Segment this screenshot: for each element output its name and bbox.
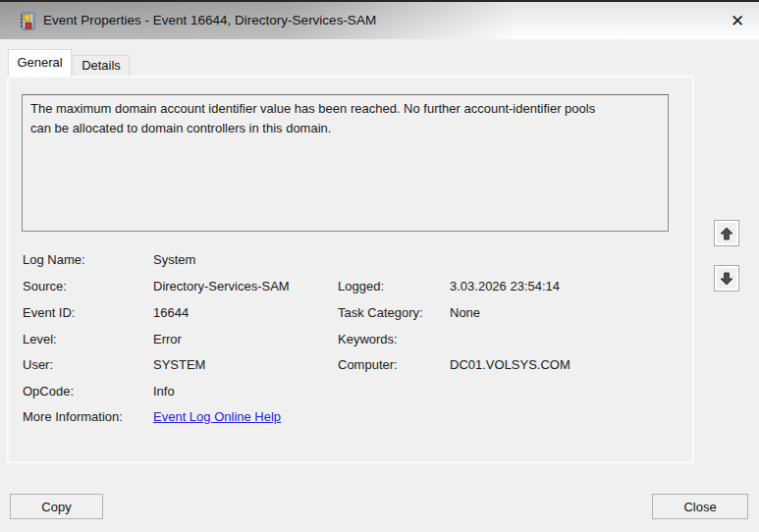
- source-label: Source:: [23, 279, 153, 293]
- down-arrow-icon: [719, 271, 734, 287]
- level-value: Error: [153, 332, 182, 346]
- event-id-label: Event ID:: [23, 305, 153, 320]
- up-arrow-icon: [719, 226, 734, 241]
- log-name-value: System: [153, 252, 195, 267]
- opcode-label: OpCode:: [23, 384, 153, 399]
- field-row-log-name: Log Name:System: [23, 252, 195, 270]
- field-row-logged: Logged:3.03.2026 23:54:14: [338, 279, 560, 296]
- event-log-online-help-link[interactable]: Event Log Online Help: [153, 409, 281, 424]
- computer-label: Computer:: [338, 357, 450, 372]
- event-viewer-icon: [19, 12, 36, 30]
- level-label: Level:: [23, 332, 153, 346]
- more-information-label: More Information:: [23, 409, 153, 424]
- keywords-label: Keywords:: [338, 332, 450, 346]
- move-down-button[interactable]: [714, 265, 739, 292]
- field-row-more-information: More Information:Event Log Online Help: [23, 409, 281, 427]
- close-button[interactable]: Close: [652, 494, 748, 519]
- event-id-value: 16644: [153, 305, 189, 320]
- user-label: User:: [23, 357, 153, 372]
- field-row-user: User:SYSTEM: [23, 357, 205, 375]
- field-row-keywords: Keywords:: [338, 332, 450, 349]
- source-value: Directory-Services-SAM: [153, 279, 290, 293]
- opcode-value: Info: [153, 384, 175, 399]
- copy-button[interactable]: Copy: [10, 494, 103, 519]
- tab-general[interactable]: General: [8, 49, 72, 77]
- close-icon[interactable]: ✕: [722, 6, 753, 35]
- window-title: Event Properties - Event 16644, Director…: [43, 2, 376, 39]
- event-properties-dialog: Event Properties - Event 16644, Director…: [0, 0, 759, 532]
- task-category-label: Task Category:: [338, 305, 450, 320]
- event-description-text: The maximum domain account identifier va…: [30, 99, 600, 138]
- field-row-task-category: Task Category:None: [338, 305, 480, 323]
- logged-value: 3.03.2026 23:54:14: [450, 279, 560, 293]
- field-row-source: Source:Directory-Services-SAM: [23, 279, 290, 296]
- log-name-label: Log Name:: [23, 252, 153, 267]
- computer-value: DC01.VOLSYS.COM: [450, 357, 570, 372]
- task-category-value: None: [450, 305, 480, 320]
- titlebar[interactable]: Event Properties - Event 16644, Director…: [0, 0, 759, 39]
- field-row-computer: Computer:DC01.VOLSYS.COM: [338, 357, 570, 375]
- move-up-button[interactable]: [714, 220, 739, 246]
- field-row-level: Level:Error: [23, 332, 182, 349]
- logged-label: Logged:: [338, 279, 450, 293]
- field-row-opcode: OpCode:Info: [23, 384, 175, 401]
- event-description-box[interactable]: The maximum domain account identifier va…: [22, 94, 669, 232]
- tab-details[interactable]: Details: [73, 55, 130, 76]
- user-value: SYSTEM: [153, 357, 205, 372]
- field-row-event-id: Event ID:16644: [23, 305, 189, 323]
